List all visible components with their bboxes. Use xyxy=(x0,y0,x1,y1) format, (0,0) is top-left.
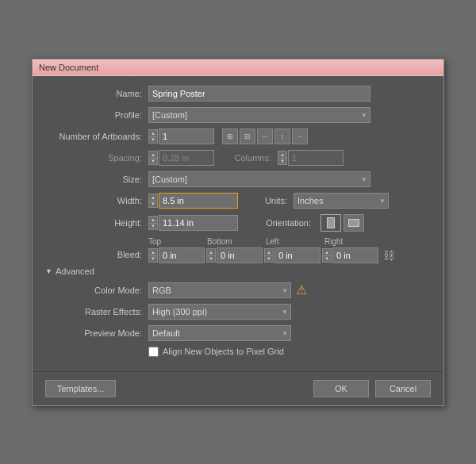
artboards-down[interactable]: ▼ xyxy=(148,136,158,144)
bleed-right-header: Right xyxy=(324,237,382,246)
bleed-left-down[interactable]: ▼ xyxy=(264,255,274,263)
orientation-label: Orientation: xyxy=(254,218,317,228)
dialog-footer: Templates... OK Cancel xyxy=(33,371,443,405)
bleed-inputs: ▲ ▼ ▲ ▼ ▲ xyxy=(148,247,396,263)
portrait-button[interactable] xyxy=(321,214,341,232)
width-row: Width: ▲ ▼ Units: Inches xyxy=(45,193,431,209)
templates-button[interactable]: Templates... xyxy=(45,380,116,397)
height-row: Height: ▲ ▼ Orientation: xyxy=(45,214,431,232)
bleed-bottom-header: Bottom xyxy=(207,237,264,246)
artboards-spinner: ▲ ▼ xyxy=(148,128,214,144)
spacing-row: Spacing: ▲ ▼ Columns: ▲ ▼ xyxy=(45,150,431,166)
arrange-icon[interactable]: ⊟ xyxy=(240,128,255,144)
spacing-arrows: ▲ ▼ xyxy=(148,151,158,165)
height-arrows: ▲ ▼ xyxy=(148,216,158,230)
color-mode-label: Color Mode: xyxy=(45,286,148,295)
left-right-icon[interactable]: ↔ xyxy=(257,128,273,144)
warning-icon: ⚠ xyxy=(296,282,307,297)
spacing-label: Spacing: xyxy=(45,153,148,163)
columns-up[interactable]: ▲ xyxy=(278,151,287,158)
preview-row: Preview Mode: Default xyxy=(45,325,431,341)
bleed-left-arrows: ▲ ▼ xyxy=(264,248,274,263)
arrow-right-icon[interactable]: → xyxy=(292,128,308,144)
landscape-button[interactable] xyxy=(344,214,364,232)
bleed-top-header: Top xyxy=(148,237,205,246)
spacing-down[interactable]: ▼ xyxy=(148,158,158,165)
units-label: Units: xyxy=(254,196,294,205)
columns-input[interactable] xyxy=(288,150,344,166)
units-select[interactable]: Inches xyxy=(294,193,389,209)
artboards-row: Number of Artboards: ▲ ▼ ⊞ ⊟ ↔ ↕ → xyxy=(45,128,431,144)
bleed-bottom-spinner: ▲ ▼ xyxy=(206,247,263,263)
orientation-section: Orientation: xyxy=(254,214,364,232)
profile-label: Profile: xyxy=(45,110,148,120)
height-spinner: ▲ ▼ xyxy=(148,215,238,231)
bleed-bottom-up[interactable]: ▲ xyxy=(206,248,216,255)
columns-section: Columns: ▲ ▼ xyxy=(230,150,344,166)
orientation-buttons xyxy=(321,214,364,232)
width-arrows: ▲ ▼ xyxy=(148,194,158,208)
new-document-dialog: New Document Name: Profile: [Custom] Num… xyxy=(32,59,444,406)
bleed-bottom-down[interactable]: ▼ xyxy=(206,255,216,263)
raster-label: Raster Effects: xyxy=(45,307,148,316)
bleed-bottom-arrows: ▲ ▼ xyxy=(206,248,216,263)
profile-select[interactable]: [Custom] xyxy=(148,107,370,123)
color-mode-select-wrapper: RGB xyxy=(148,282,291,298)
size-select[interactable]: [Custom] xyxy=(148,171,370,187)
bleed-bottom-input[interactable] xyxy=(217,247,263,263)
ok-button[interactable]: OK xyxy=(313,380,369,397)
cancel-button[interactable]: Cancel xyxy=(375,380,431,397)
bleed-fields: Top Bottom Left Right ▲ ▼ xyxy=(148,237,396,263)
width-input[interactable] xyxy=(159,193,238,209)
units-select-wrapper: Inches xyxy=(294,193,389,209)
color-mode-select[interactable]: RGB xyxy=(148,282,291,298)
align-checkbox[interactable] xyxy=(148,347,159,357)
bleed-left-input[interactable] xyxy=(274,247,321,263)
height-down[interactable]: ▼ xyxy=(148,223,158,230)
advanced-header[interactable]: ▼ Advanced xyxy=(45,267,431,276)
dialog-titlebar: New Document xyxy=(33,59,443,76)
artboards-up[interactable]: ▲ xyxy=(148,129,158,136)
grid-icon[interactable]: ⊞ xyxy=(222,128,238,144)
advanced-label: Advanced xyxy=(56,267,94,276)
preview-select-wrapper: Default xyxy=(148,325,291,341)
size-row: Size: [Custom] xyxy=(45,171,431,187)
columns-down[interactable]: ▼ xyxy=(278,158,287,165)
raster-select[interactable]: High (300 ppi) xyxy=(148,304,291,320)
spacing-up[interactable]: ▲ xyxy=(148,151,158,158)
height-up[interactable]: ▲ xyxy=(148,216,158,223)
height-input[interactable] xyxy=(159,215,238,231)
portrait-icon xyxy=(327,217,335,228)
bleed-right-down[interactable]: ▼ xyxy=(322,255,332,263)
columns-spinner: ▲ ▼ xyxy=(278,150,344,166)
artboards-controls: ▲ ▼ ⊞ ⊟ ↔ ↕ → xyxy=(148,128,308,144)
width-spinner: ▲ ▼ xyxy=(148,193,238,209)
width-down[interactable]: ▼ xyxy=(148,201,158,208)
align-checkbox-label: Align New Objects to Pixel Grid xyxy=(163,347,284,356)
spacing-input[interactable] xyxy=(159,150,214,166)
bleed-link-icon[interactable]: ⛓ xyxy=(382,248,396,263)
bleed-right-up[interactable]: ▲ xyxy=(322,248,332,255)
up-down-icon[interactable]: ↕ xyxy=(274,128,290,144)
width-label: Width: xyxy=(45,196,148,205)
bleed-top-input[interactable] xyxy=(159,247,205,263)
preview-label: Preview Mode: xyxy=(45,328,148,338)
size-select-wrapper: [Custom] xyxy=(148,171,370,187)
dialog-title: New Document xyxy=(39,63,98,72)
bleed-left-spinner: ▲ ▼ xyxy=(264,247,321,263)
bleed-top-spinner: ▲ ▼ xyxy=(148,247,205,263)
bleed-top-down[interactable]: ▼ xyxy=(148,255,158,263)
artboards-input[interactable] xyxy=(159,128,214,144)
bleed-right-input[interactable] xyxy=(332,247,378,263)
color-mode-row: Color Mode: RGB ⚠ xyxy=(45,282,431,298)
size-label: Size: xyxy=(45,174,148,184)
bleed-right-spinner: ▲ ▼ xyxy=(322,247,378,263)
align-checkbox-row: Align New Objects to Pixel Grid xyxy=(148,347,431,357)
columns-label: Columns: xyxy=(230,153,278,163)
preview-select[interactable]: Default xyxy=(148,325,291,341)
width-up[interactable]: ▲ xyxy=(148,194,158,201)
name-input[interactable] xyxy=(148,86,370,102)
bleed-top-up[interactable]: ▲ xyxy=(148,248,158,255)
profile-row: Profile: [Custom] xyxy=(45,107,431,123)
bleed-left-up[interactable]: ▲ xyxy=(264,248,274,255)
